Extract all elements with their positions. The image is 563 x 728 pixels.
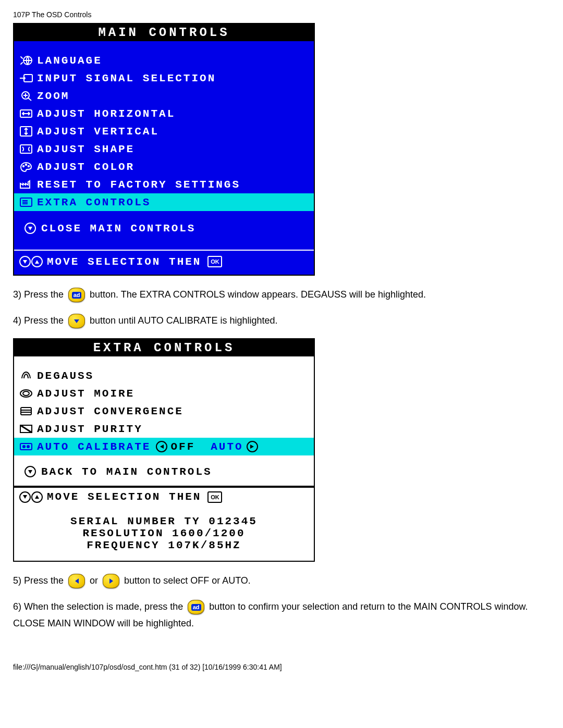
extra-controls-footer: MOVE SELECTION THEN OK xyxy=(14,487,314,506)
extra-controls-info: SERIAL NUMBER TY 012345 RESOLUTION 1600/… xyxy=(14,506,314,561)
step4-before: 4) Press the xyxy=(13,315,66,326)
menu-item-zoom[interactable]: ZOOM xyxy=(14,87,314,105)
menu-label: ADJUST COLOR xyxy=(37,161,134,173)
menu-item-adjust-color[interactable]: ADJUST COLOR xyxy=(14,158,314,176)
svg-point-15 xyxy=(23,446,25,448)
menu-item-purity[interactable]: ADJUST PURITY xyxy=(14,420,314,438)
footer-text: MOVE SELECTION THEN xyxy=(47,491,201,503)
menu-label: ADJUST HORIZONTAL xyxy=(37,108,175,120)
step5-after: button to select OFF or AUTO. xyxy=(124,575,251,586)
right-button[interactable] xyxy=(103,574,119,588)
menu-item-adjust-horizontal[interactable]: ADJUST HORIZONTAL xyxy=(14,105,314,122)
menu-label: ADJUST SHAPE xyxy=(37,143,134,155)
down-button[interactable] xyxy=(68,314,85,328)
menu-item-close[interactable]: CLOSE MAIN CONTROLS xyxy=(14,219,314,237)
main-controls-title: MAIN CONTROLS xyxy=(14,24,314,41)
svg-rect-12 xyxy=(21,408,31,415)
extra-icon xyxy=(17,196,35,208)
main-controls-body: LANGUAGE INPUT SIGNAL SELECTION ZOOM xyxy=(14,41,314,275)
menu-label: RESET TO FACTORY SETTINGS xyxy=(37,179,240,191)
auto-calibrate-options: OFF AUTO xyxy=(156,441,258,453)
step4-after: button until AUTO CALIBRATE is highlight… xyxy=(90,315,278,326)
menu-label: EXTRA CONTROLS xyxy=(37,196,151,208)
menu-label: BACK TO MAIN CONTROLS xyxy=(41,466,212,478)
color-icon xyxy=(17,161,35,172)
extra-controls-panel: EXTRA CONTROLS DEGAUSS ADJUST MOIRE xyxy=(13,338,315,562)
step-5: 5) Press the or button to select OFF or … xyxy=(13,572,550,589)
updown-icon xyxy=(19,256,43,267)
factory-icon xyxy=(17,179,35,190)
menu-item-input-signal[interactable]: INPUT SIGNAL SELECTION xyxy=(14,69,314,87)
footer-text: MOVE SELECTION THEN xyxy=(47,256,201,268)
vertical-icon xyxy=(17,126,35,137)
menu-label: AUTO CALIBRATE xyxy=(37,441,151,453)
menu-label: ZOOM xyxy=(37,90,69,102)
step3-before: 3) Press the xyxy=(13,289,66,300)
menu-label: ADJUST VERTICAL xyxy=(37,126,159,138)
menu-label: ADJUST PURITY xyxy=(37,423,143,435)
extra-controls-body: DEGAUSS ADJUST MOIRE ADJUST CONVERGENCE xyxy=(14,356,314,487)
menu-label: LANGUAGE xyxy=(37,55,102,67)
svg-point-8 xyxy=(28,166,29,167)
svg-point-6 xyxy=(23,166,24,167)
shape-icon xyxy=(17,143,35,155)
ok-icon: OK xyxy=(207,256,222,267)
svg-rect-14 xyxy=(20,443,32,450)
updown-icon xyxy=(19,491,43,503)
step-3: 3) Press the ad button. The EXTRA CONTRO… xyxy=(13,286,550,303)
page-header: 107P The OSD Controls xyxy=(13,10,550,19)
menu-item-convergence[interactable]: ADJUST CONVERGENCE xyxy=(14,402,314,420)
step5-mid: or xyxy=(90,575,101,586)
menu-item-adjust-shape[interactable]: ADJUST SHAPE xyxy=(14,140,314,158)
svg-point-11 xyxy=(23,391,29,396)
right-arrow-icon xyxy=(247,441,258,452)
convergence-icon xyxy=(17,405,35,417)
left-arrow-icon xyxy=(156,441,167,452)
extra-controls-title: EXTRA CONTROLS xyxy=(14,339,314,356)
ok-icon: OK xyxy=(207,491,222,503)
info-resolution: RESOLUTION 1600/1200 xyxy=(19,527,309,539)
purity-icon xyxy=(17,423,35,435)
info-frequency: FREQUENCY 107K/85HZ xyxy=(19,539,309,551)
input-icon xyxy=(17,72,35,84)
menu-item-adjust-vertical[interactable]: ADJUST VERTICAL xyxy=(14,122,314,140)
ok-button[interactable]: ad xyxy=(68,288,85,302)
degauss-icon xyxy=(17,370,35,381)
autocal-icon xyxy=(17,441,35,452)
menu-label: CLOSE MAIN CONTROLS xyxy=(41,223,195,235)
opt-auto: AUTO xyxy=(211,441,243,453)
menu-label: DEGAUSS xyxy=(37,370,94,382)
menu-item-auto-calibrate[interactable]: AUTO CALIBRATE OFF AUTO xyxy=(14,438,314,455)
svg-point-16 xyxy=(27,446,29,448)
menu-label: INPUT SIGNAL SELECTION xyxy=(37,72,216,84)
page-footer: file:///G|/manual/english/107p/osd/osd_c… xyxy=(13,663,550,671)
opt-off: OFF xyxy=(170,441,195,453)
main-controls-footer: MOVE SELECTION THEN OK xyxy=(14,251,314,273)
globe-icon xyxy=(17,55,35,66)
menu-item-degauss[interactable]: DEGAUSS xyxy=(14,367,314,385)
moire-icon xyxy=(17,388,35,399)
close-icon xyxy=(21,223,39,234)
menu-label: ADJUST CONVERGENCE xyxy=(37,405,183,417)
step-4: 4) Press the button until AUTO CALIBRATE… xyxy=(13,312,550,329)
ok-button[interactable]: ad xyxy=(188,600,204,614)
horizontal-icon xyxy=(17,108,35,119)
svg-point-7 xyxy=(26,164,27,165)
menu-label: ADJUST MOIRE xyxy=(37,388,134,400)
step-6: 6) When the selection is made, press the… xyxy=(13,598,550,632)
step3-after: button. The EXTRA CONTROLS window appear… xyxy=(90,289,426,300)
info-serial: SERIAL NUMBER TY 012345 xyxy=(19,515,309,527)
menu-item-factory-reset[interactable]: RESET TO FACTORY SETTINGS xyxy=(14,176,314,193)
step6-before: 6) When the selection is made, press the xyxy=(13,601,186,612)
menu-item-extra-controls[interactable]: EXTRA CONTROLS xyxy=(14,193,314,211)
left-button[interactable] xyxy=(68,574,85,588)
menu-item-moire[interactable]: ADJUST MOIRE xyxy=(14,385,314,402)
menu-item-back[interactable]: BACK TO MAIN CONTROLS xyxy=(14,463,314,480)
step5-before: 5) Press the xyxy=(13,575,66,586)
main-controls-panel: MAIN CONTROLS LANGUAGE INPUT SIGNAL SELE… xyxy=(13,23,315,276)
back-icon xyxy=(21,466,39,477)
svg-rect-5 xyxy=(20,145,32,153)
menu-item-language[interactable]: LANGUAGE xyxy=(14,52,314,69)
zoom-icon xyxy=(17,90,35,102)
